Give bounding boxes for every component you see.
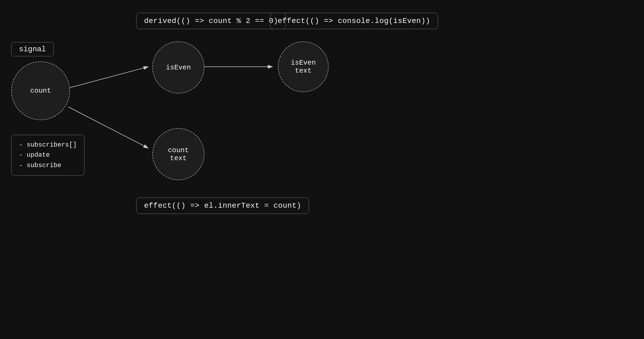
count-node: count bbox=[11, 61, 70, 120]
count-node-label: count bbox=[30, 87, 51, 95]
effect-code-box: effect(() => console.log(isEven)) bbox=[270, 13, 438, 29]
iseven-node-label: isEven bbox=[166, 64, 191, 72]
signal-label: signal bbox=[11, 42, 54, 56]
count-text-node-label: count text bbox=[168, 146, 189, 162]
iseven-node: isEven bbox=[152, 41, 204, 93]
iseven-text-node-label: isEven text bbox=[291, 59, 316, 75]
effect-bottom-code-box: effect(() => el.innerText = count) bbox=[136, 198, 309, 214]
derived-code-box: derived(() => count % 2 == 0) bbox=[136, 13, 286, 29]
api-box: - subscribers[] - update - subscribe bbox=[11, 135, 84, 176]
iseven-text-node: isEven text bbox=[278, 41, 329, 92]
svg-line-1 bbox=[68, 67, 148, 88]
count-text-node: count text bbox=[152, 128, 204, 180]
